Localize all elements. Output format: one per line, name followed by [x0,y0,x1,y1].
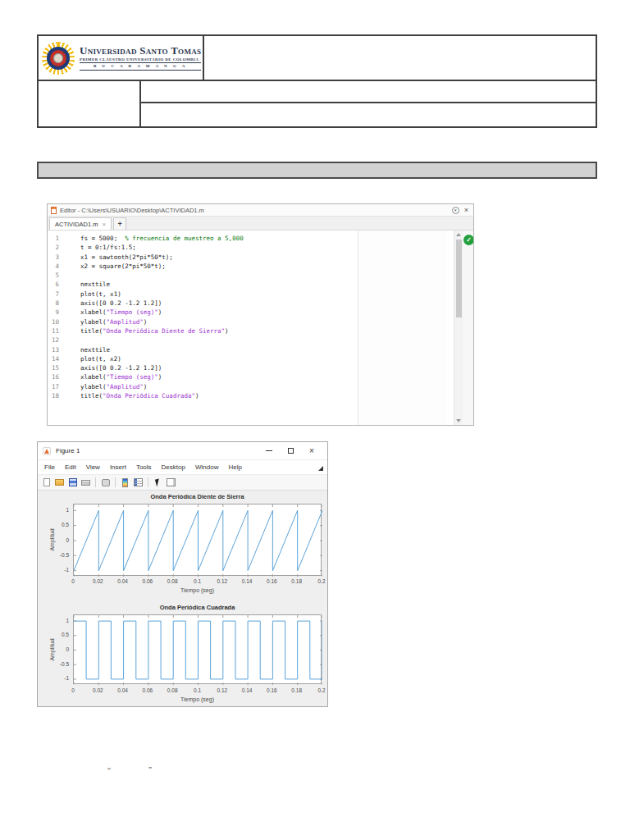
plot-axes[interactable] [73,504,322,576]
plot-axes[interactable] [73,614,322,684]
x-tick-label: 0.18 [291,578,302,584]
header-right-cells [141,81,596,126]
code-token: ) [195,392,199,399]
header-row-2 [39,81,596,126]
document-page: Universidad Santo Tomas PRIMER CLAUSTRO … [0,0,630,840]
code-line: 13nexttile [48,345,445,354]
menu-edit[interactable]: Edit [60,463,81,471]
code-line: 7plot(t, x1) [48,290,445,299]
code-line: 10ylabel("Amplitud") [48,317,445,326]
insert-legend-icon[interactable] [133,477,144,488]
menu-insert[interactable]: Insert [105,463,131,471]
y-tick-label: 1 [49,507,69,513]
menu-help[interactable]: Help [223,463,246,471]
code-area[interactable]: 1fs = 5000; % frecuencia de muestreo a 5… [48,234,445,400]
editor-scrollbar[interactable] [454,231,463,425]
comment-token: % frecuencia de muestreo a 5,000 [125,235,244,242]
line-number: 13 [48,345,59,354]
x-tick-label: 0.08 [167,578,178,584]
open-file-icon[interactable] [54,477,65,488]
print-figure-icon[interactable] [80,477,91,488]
dock-circle-icon[interactable]: ▾ [452,207,459,214]
property-inspector-icon[interactable] [166,477,176,488]
line-number: 17 [48,382,59,391]
university-city: B U C A R A M A N G A [80,63,201,70]
code-token: ylabel( [80,383,107,390]
link-plot-glyph [102,479,110,486]
scrollbar-thumb[interactable] [456,240,462,317]
close-icon[interactable]: × [463,207,470,214]
line-number: 8 [48,299,59,308]
scroll-down-icon[interactable] [456,419,461,422]
plot-title: Onda Periódica Diente de Sierra [73,493,322,500]
edit-plot-icon[interactable] [153,477,163,488]
new-figure-glyph [43,478,50,486]
menu-file[interactable]: File [39,463,60,471]
code-text [80,336,84,344]
maximize-button[interactable] [280,444,301,459]
x-tick-label: 0.18 [291,687,302,693]
line-number: 7 [48,290,59,299]
new-tab-button[interactable]: + [113,217,126,230]
y-tick-label: 0.5 [49,632,69,637]
line-number: 3 [48,253,59,262]
toolbar-separator [115,477,116,487]
x-axis-label: Tiempo (seg) [73,587,322,593]
x-tick-label: 0.12 [217,578,227,584]
link-plot-icon[interactable] [100,477,111,488]
editor-tab-bar: ACTIVIDAD1.m × + [48,217,473,231]
emblem-core [53,53,63,63]
code-token: plot(t, x2) [80,355,121,363]
code-analyzer-ok-icon[interactable]: ✓ [463,235,473,245]
code-token: x1 = sawtooth(2*pi*50*t); [80,253,173,261]
code-token: ) [158,373,162,381]
section-title-banner [37,162,597,179]
toolbar-separator [148,477,148,487]
y-tick-label: 0 [49,646,69,652]
y-tick-label: 0 [49,537,69,543]
menu-desktop[interactable]: Desktop [157,463,190,471]
new-figure-icon[interactable] [41,477,52,488]
line-number: 16 [48,372,59,381]
matlab-editor-window: Editor - C:\Users\USUARIO\Desktop\ACTIVI… [47,203,474,426]
tab-actividad1[interactable]: ACTIVIDAD1.m × [49,217,112,230]
code-token: ) [144,383,148,390]
insert-colorbar-icon[interactable] [120,477,130,488]
save-figure-icon[interactable] [67,477,78,488]
line-number: 6 [48,280,59,289]
close-button[interactable]: × [301,444,322,459]
insert-colorbar-glyph [122,478,128,487]
code-token: x2 = square(2*pi*50*t); [80,262,166,270]
code-text: plot(t, x2) [80,355,121,363]
tab-close-icon[interactable]: × [103,221,107,228]
dock-figure-arrow-icon[interactable] [318,466,323,471]
string-token: "Onda Periódica Cuadrada" [103,392,195,399]
code-text: axis([0 0.2 -1.2 1.2]) [80,364,162,372]
menu-window[interactable]: Window [190,463,223,471]
university-emblem-icon [42,42,75,75]
code-text: x1 = sawtooth(2*pi*50*t); [80,253,173,261]
minimize-button[interactable] [258,444,280,459]
figure-toolbar [38,475,327,491]
code-text [80,272,84,279]
code-text: title("Onda Periódica Diente de Sierra") [80,327,229,335]
m-file-document-icon [51,207,57,214]
code-token: ) [144,318,148,326]
x-tick-label: 0.2 [317,687,325,693]
header-row-1: Universidad Santo Tomas PRIMER CLAUSTRO … [39,36,596,81]
maximize-icon [288,448,294,454]
string-token: "Amplitud" [107,383,144,390]
x-tick-label: 0.04 [117,687,128,693]
code-line: 5 [48,271,445,280]
code-text: xlabel("Tiempo (seg)") [80,308,162,316]
code-token: title( [80,392,103,399]
scroll-up-icon[interactable] [456,233,461,236]
x-tick-label: 0.2 [317,578,325,584]
x-tick-label: 0.1 [194,578,201,584]
menu-tools[interactable]: Tools [131,463,157,471]
line-number: 9 [48,308,59,317]
x-tick-label: 0.02 [93,578,103,584]
x-tick-label: 0.14 [242,578,253,584]
x-tick-label: 0 [71,578,75,584]
menu-view[interactable]: View [81,463,105,471]
